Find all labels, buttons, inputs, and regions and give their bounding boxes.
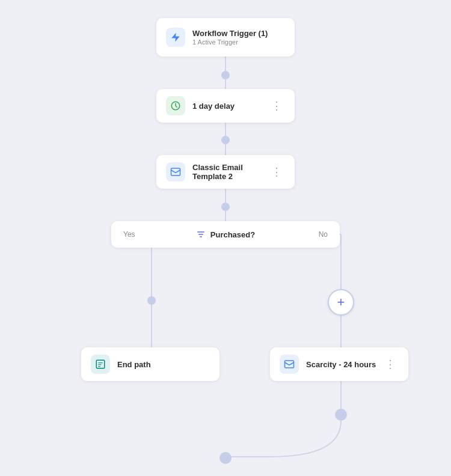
svg-point-7 (147, 296, 156, 305)
svg-rect-23 (285, 361, 294, 368)
email-menu[interactable]: ⋮ (269, 163, 285, 181)
svg-rect-19 (96, 360, 105, 368)
delay-card[interactable]: 1 day delay ⋮ (156, 89, 295, 123)
trigger-title: Workflow Trigger (1) (192, 29, 285, 38)
condition-bar[interactable]: Yes Purchased? No (111, 221, 340, 248)
condition-title: Purchased? (210, 230, 255, 239)
condition-label: Purchased? (196, 230, 255, 239)
trigger-subtitle: 1 Active Trigger (192, 38, 285, 46)
condition-no-label: No (319, 230, 328, 239)
svg-point-1 (221, 71, 230, 79)
svg-point-5 (221, 203, 230, 211)
end-path-text: End path (117, 360, 210, 369)
filter-icon (196, 230, 206, 239)
delay-menu[interactable]: ⋮ (269, 97, 285, 115)
email-card[interactable]: Classic Email Template 2 ⋮ (156, 155, 295, 189)
trigger-text: Workflow Trigger (1) 1 Active Trigger (192, 29, 285, 46)
end-path-icon (91, 355, 110, 374)
scarcity-card[interactable]: Scarcity - 24 hours ⋮ (270, 347, 408, 381)
end-path-title: End path (117, 360, 210, 369)
scarcity-title: Scarcity - 24 hours (306, 360, 382, 369)
plus-icon: + (337, 294, 345, 310)
email-icon (166, 162, 185, 182)
email-title: Classic Email Template 2 (192, 163, 269, 181)
svg-point-3 (221, 136, 230, 144)
delay-text: 1 day delay (192, 102, 269, 111)
delay-title: 1 day delay (192, 102, 269, 111)
svg-point-12 (219, 452, 232, 464)
workflow-canvas: Workflow Trigger (1) 1 Active Trigger 1 … (0, 0, 451, 476)
svg-point-11 (335, 409, 347, 421)
end-path-card[interactable]: End path (81, 347, 219, 381)
svg-rect-18 (171, 168, 180, 175)
delay-icon (166, 96, 185, 115)
workflow-trigger-card[interactable]: Workflow Trigger (1) 1 Active Trigger (156, 18, 295, 56)
condition-yes-label: Yes (123, 230, 135, 239)
add-step-button[interactable]: + (328, 289, 354, 316)
scarcity-menu[interactable]: ⋮ (382, 355, 399, 373)
scarcity-text: Scarcity - 24 hours (306, 360, 382, 369)
scarcity-icon (280, 355, 299, 374)
email-text: Classic Email Template 2 (192, 163, 269, 181)
trigger-icon (166, 28, 185, 47)
